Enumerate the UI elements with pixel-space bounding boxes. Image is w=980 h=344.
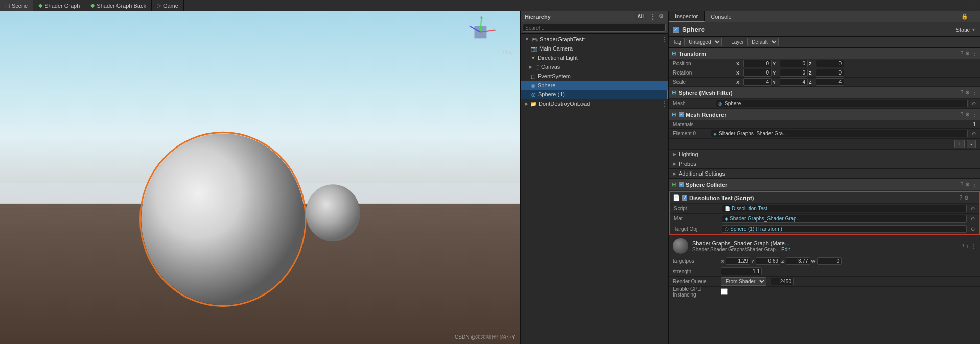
lighting-collapse[interactable]: ▶ Lighting xyxy=(669,150,980,159)
mesh-asset-field[interactable]: ◎ Sphere xyxy=(716,100,968,107)
mf-question-icon[interactable]: ? xyxy=(960,90,963,95)
tab-inspector[interactable]: Inspector xyxy=(669,11,705,22)
canvas-icon: ⬚ xyxy=(534,64,539,70)
scale-x-input[interactable] xyxy=(743,78,772,86)
tab-scene[interactable]: ⬚ Scene xyxy=(0,0,33,11)
mr-settings-icon[interactable]: ⚙ xyxy=(965,112,970,117)
inspector-more-icon[interactable]: ⋮ xyxy=(971,13,977,20)
position-z-input[interactable] xyxy=(816,60,844,67)
scene-canvas[interactable] xyxy=(0,11,520,344)
target-obj-value[interactable]: ⬡ Sphere (1) (Transform) xyxy=(722,225,967,233)
game-tab-icon: ▷ xyxy=(157,2,161,9)
mf-more-icon[interactable]: ⋮ xyxy=(972,90,977,95)
tab-game[interactable]: ▷ Game xyxy=(152,0,184,11)
render-queue-value[interactable] xyxy=(771,278,794,285)
mesh-renderer-checkbox[interactable]: ✓ xyxy=(679,112,684,117)
tab-more-options[interactable]: ⋮ xyxy=(966,2,980,9)
dissolution-header[interactable]: 📄 ✓ Dissolution Test (Script) ? ⚙ ⋮ xyxy=(670,192,979,204)
mat-target-btn[interactable]: ⊙ xyxy=(971,216,975,222)
tab-shader-graph-back[interactable]: ◆ Shader Graph Back xyxy=(85,0,152,11)
mat-field-value[interactable]: ◈ Shader Graphs_Shader Grap... xyxy=(722,215,967,223)
targetpos-w[interactable] xyxy=(817,257,842,265)
mf-settings-icon[interactable]: ⚙ xyxy=(965,90,970,95)
sphere-collider-header[interactable]: ⊞ ✓ Sphere Collider ? ⚙ ⋮ xyxy=(669,179,980,190)
target-obj-target-btn[interactable]: ⊙ xyxy=(971,226,975,232)
dissolution-script-target[interactable]: ⊙ xyxy=(971,206,975,211)
mesh-renderer-title: Mesh Renderer xyxy=(686,112,958,118)
element0-target[interactable]: ⊙ xyxy=(972,131,976,136)
targetpos-y[interactable] xyxy=(756,257,780,265)
dontdestroy-options[interactable]: ⋮ xyxy=(662,100,668,107)
root-options[interactable]: ⋮ xyxy=(662,36,668,43)
sc-settings-icon[interactable]: ⚙ xyxy=(965,182,970,187)
sc-question-icon[interactable]: ? xyxy=(960,182,963,187)
sphere-collider-checkbox[interactable]: ✓ xyxy=(679,182,684,187)
dissolution-script-value[interactable]: 📄 Dissolution Test xyxy=(722,205,967,212)
hierarchy-item-sphere1[interactable]: ◎ Sphere (1) xyxy=(521,90,668,99)
hierarchy-more-btn[interactable]: ⋮ xyxy=(649,13,656,20)
hierarchy-item-eventsystem[interactable]: ⬚ EventSystem xyxy=(521,71,668,81)
probes-collapse[interactable]: ▶ Probes xyxy=(669,159,980,169)
main-layout: Shaded 2D 🔊 ✦ ⊞ Gizmos ▼ All ✕ ⊕ ↔ xyxy=(0,11,980,344)
rotation-z-input[interactable] xyxy=(816,69,844,77)
mat-more-icon[interactable]: ⋮ xyxy=(971,243,976,249)
additional-settings-collapse[interactable]: ▶ Additional Settings xyxy=(669,169,980,179)
strength-input[interactable] xyxy=(721,267,762,275)
mesh-renderer-header[interactable]: ⊞ ✓ Mesh Renderer ? ⚙ ⋮ xyxy=(669,109,980,120)
sphere-collider-icon: ⊞ xyxy=(672,181,676,188)
element0-asset[interactable]: ◈ Shader Graphs_Shader Gra... xyxy=(711,130,968,137)
materials-add-btn[interactable]: + xyxy=(954,140,965,148)
hierarchy-item-sphere[interactable]: ◎ Sphere xyxy=(521,81,668,90)
ping-label: ← Ping xyxy=(496,49,513,55)
materials-remove-btn[interactable]: - xyxy=(967,140,976,148)
inspector-panel: Inspector Console 🔒 ⋮ ✓ Sphere Static ▼ … xyxy=(668,11,980,344)
sc-more-icon[interactable]: ⋮ xyxy=(972,182,977,187)
position-x-input[interactable] xyxy=(743,60,772,67)
mat-settings-icon[interactable]: ↕ xyxy=(966,243,969,249)
tab-shader-graph[interactable]: ◆ Shader Graph xyxy=(33,0,85,11)
ds-settings-icon[interactable]: ⚙ xyxy=(964,195,969,201)
scale-z-input[interactable] xyxy=(816,78,844,86)
rot-z-label: Z xyxy=(809,70,815,76)
hierarchy-tree: ▼ 🎮 ShaderGraphTest* ⋮ 📷 Main Camera ☀ D… xyxy=(521,34,668,344)
static-label: Static xyxy=(956,27,970,33)
scale-y-input[interactable] xyxy=(780,78,808,86)
render-queue-dropdown[interactable]: From Shader xyxy=(721,277,766,286)
materials-count: 1 xyxy=(973,121,976,127)
transform-more-icon[interactable]: ⋮ xyxy=(972,51,977,56)
material-edit-btn[interactable]: Edit xyxy=(781,247,790,252)
hierarchy-item-dirlight[interactable]: ☀ Directional Light xyxy=(521,53,668,62)
lock-icon[interactable]: 🔒 xyxy=(961,13,968,20)
targetpos-z[interactable] xyxy=(786,257,810,265)
mat-question-icon[interactable]: ? xyxy=(961,243,964,249)
rotation-y-input[interactable] xyxy=(780,69,808,77)
targetpos-x[interactable] xyxy=(726,257,750,265)
tab-console[interactable]: Console xyxy=(705,11,738,22)
transform-question-icon[interactable]: ? xyxy=(960,51,963,56)
mr-question-icon[interactable]: ? xyxy=(960,112,963,117)
transform-component-header[interactable]: ⊞ Transform ? ⚙ ⋮ xyxy=(669,48,980,59)
obj-enabled-checkbox[interactable]: ✓ xyxy=(673,27,679,33)
position-y-input[interactable] xyxy=(780,60,808,67)
mr-more-icon[interactable]: ⋮ xyxy=(972,112,977,117)
mesh-value: Sphere xyxy=(725,101,741,106)
mesh-target-btn[interactable]: ⊙ xyxy=(972,101,976,106)
tag-dropdown[interactable]: Untagged xyxy=(684,38,722,46)
rotation-x-input[interactable] xyxy=(743,69,772,77)
hierarchy-item-dontdestroy[interactable]: ▶ 📁 DontDestroyOnLoad ⋮ xyxy=(521,99,668,108)
hierarchy-item-root[interactable]: ▼ 🎮 ShaderGraphTest* ⋮ xyxy=(521,35,668,44)
scene-viewport[interactable]: Shaded 2D 🔊 ✦ ⊞ Gizmos ▼ All ✕ ⊕ ↔ xyxy=(0,11,520,344)
gpu-instancing-checkbox[interactable] xyxy=(721,288,728,295)
hierarchy-search[interactable] xyxy=(523,24,666,32)
layer-dropdown[interactable]: Default xyxy=(747,38,779,46)
hierarchy-item-canvas[interactable]: ▶ ⬚ Canvas xyxy=(521,62,668,71)
tab-scene-label: Scene xyxy=(12,3,28,9)
transform-settings-icon[interactable]: ⚙ xyxy=(965,51,970,56)
hierarchy-settings-btn[interactable]: ⚙ xyxy=(659,13,664,20)
mesh-filter-header[interactable]: ⊞ Sphere (Mesh Filter) ? ⚙ ⋮ xyxy=(669,87,980,99)
scale-y-label: Y xyxy=(773,80,779,85)
ds-question-icon[interactable]: ? xyxy=(959,195,962,201)
ds-more-icon[interactable]: ⋮ xyxy=(971,195,976,201)
hierarchy-item-maincamera[interactable]: 📷 Main Camera xyxy=(521,44,668,53)
dissolution-checkbox[interactable]: ✓ xyxy=(682,195,687,201)
